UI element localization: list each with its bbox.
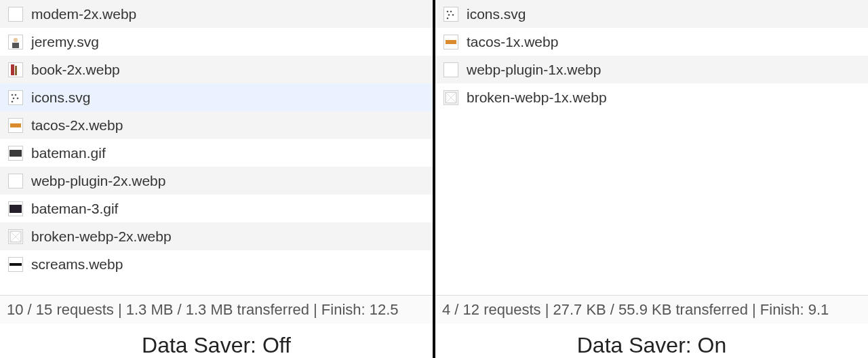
file-name: webp-plugin-2x.webp: [31, 173, 165, 189]
file-thumb-icon: [8, 201, 23, 216]
file-name: bateman-3.gif: [31, 201, 118, 217]
file-name: tacos-2x.webp: [31, 117, 123, 134]
file-thumb-icon: [8, 229, 23, 244]
svg-point-27: [447, 10, 449, 12]
network-panel-on: icons.svgtacos-1x.webpwebp-plugin-1x.web…: [435, 0, 868, 358]
request-row[interactable]: jeremy.svg: [0, 28, 433, 56]
file-thumb-icon: [8, 118, 23, 133]
svg-rect-17: [9, 174, 23, 188]
svg-rect-3: [12, 43, 19, 48]
file-name: webp-plugin-1x.webp: [467, 62, 601, 78]
file-thumb-icon: [443, 7, 458, 22]
request-row[interactable]: broken-webp-2x.webp: [0, 222, 433, 250]
request-list[interactable]: modem-2x.webpjeremy.svgbook-2x.webpicons…: [0, 0, 433, 278]
file-thumb-icon: [8, 90, 23, 105]
request-row[interactable]: modem-2x.webp: [0, 0, 433, 28]
svg-rect-14: [10, 123, 21, 127]
file-name: tacos-1x.webp: [467, 34, 558, 50]
svg-point-12: [12, 100, 14, 102]
file-name: screams.webp: [31, 256, 123, 273]
svg-rect-19: [9, 205, 22, 213]
svg-point-29: [448, 14, 450, 16]
svg-point-2: [14, 37, 18, 41]
svg-rect-6: [15, 66, 17, 75]
file-name: icons.svg: [31, 90, 91, 106]
file-thumb-icon: [8, 35, 23, 49]
request-row[interactable]: tacos-1x.webp: [435, 28, 868, 56]
file-thumb-icon: [8, 62, 23, 77]
file-name: modem-2x.webp: [31, 6, 136, 22]
svg-point-31: [447, 17, 449, 19]
request-row[interactable]: icons.svg: [435, 0, 868, 28]
request-row[interactable]: webp-plugin-1x.webp: [435, 56, 868, 83]
status-bar: 4 / 12 requests | 27.7 KB / 55.9 KB tran…: [435, 295, 868, 323]
request-row[interactable]: book-2x.webp: [0, 56, 433, 83]
request-row[interactable]: bateman-3.gif: [0, 195, 433, 222]
svg-rect-5: [11, 64, 14, 75]
file-name: jeremy.svg: [31, 34, 99, 50]
file-thumb-icon: [8, 257, 23, 272]
svg-point-9: [15, 94, 17, 96]
file-thumb-icon: [443, 90, 458, 105]
request-list[interactable]: icons.svgtacos-1x.webpwebp-plugin-1x.web…: [435, 0, 868, 111]
file-name: bateman.gif: [31, 145, 106, 161]
file-thumb-icon: [443, 35, 458, 49]
panel-caption: Data Saver: On: [435, 323, 868, 358]
svg-point-11: [17, 97, 19, 99]
file-name: broken-webp-1x.webp: [467, 90, 607, 106]
file-thumb-icon: [8, 174, 23, 188]
svg-point-10: [13, 97, 15, 99]
request-row[interactable]: bateman.gif: [0, 139, 433, 167]
file-thumb-icon: [8, 146, 23, 161]
svg-rect-34: [444, 62, 458, 77]
request-row[interactable]: tacos-2x.webp: [0, 111, 433, 139]
panel-caption: Data Saver: Off: [0, 323, 433, 358]
svg-rect-16: [9, 150, 22, 157]
svg-rect-0: [9, 7, 23, 21]
file-name: book-2x.webp: [31, 62, 120, 78]
file-name: icons.svg: [467, 6, 526, 22]
svg-rect-33: [446, 40, 456, 44]
svg-point-30: [452, 14, 454, 16]
status-bar: 10 / 15 requests | 1.3 MB / 1.3 MB trans…: [0, 295, 433, 323]
request-row[interactable]: webp-plugin-2x.webp: [0, 167, 433, 195]
request-row[interactable]: icons.svg: [0, 83, 433, 111]
svg-rect-26: [444, 7, 458, 21]
network-panel-off: modem-2x.webpjeremy.svgbook-2x.webpicons…: [0, 0, 435, 358]
file-name: broken-webp-2x.webp: [31, 228, 172, 245]
svg-rect-7: [9, 90, 23, 104]
svg-point-8: [12, 94, 14, 96]
svg-rect-25: [9, 263, 22, 266]
request-row[interactable]: broken-webp-1x.webp: [435, 83, 868, 111]
file-thumb-icon: [8, 7, 23, 22]
file-thumb-icon: [443, 62, 458, 77]
request-row[interactable]: screams.webp: [0, 250, 433, 278]
svg-point-28: [450, 10, 452, 12]
